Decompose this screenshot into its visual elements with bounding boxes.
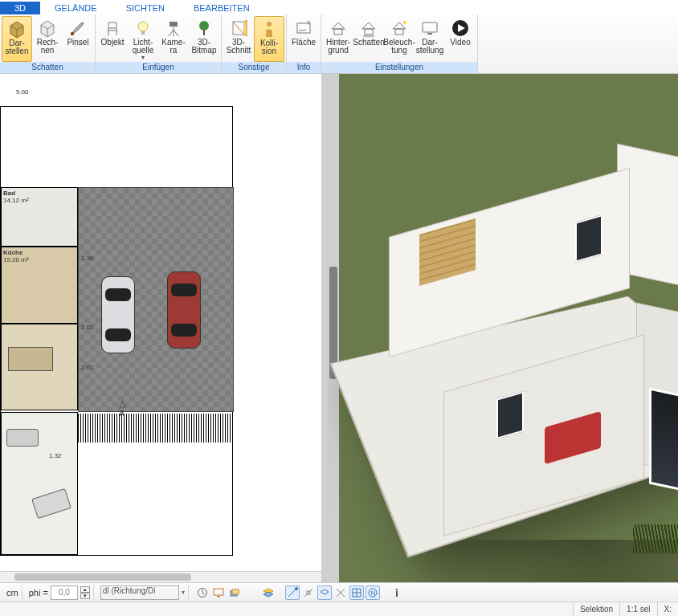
video-button[interactable]: Video <box>445 16 476 62</box>
phi-spinner[interactable]: ▲▼ <box>80 586 90 599</box>
phi-field: phi = ▲▼ <box>26 585 94 601</box>
svg-rect-5 <box>108 22 116 28</box>
beleuchtung-label: Beleuch- tung <box>383 39 415 55</box>
svg-marker-23 <box>332 22 345 29</box>
bitmap3d-button[interactable]: 3D- Bitmap <box>189 16 219 62</box>
room-bad-area: 14.12 m² <box>3 197 76 204</box>
driveway[interactable] <box>78 187 234 412</box>
ribbon-tab-strip: 3D GELÄNDE SICHTEN BEARBEITEN <box>0 0 678 14</box>
tab-gelaende[interactable]: GELÄNDE <box>40 2 112 14</box>
cube-calc-icon <box>37 18 58 39</box>
hintergrund-label: Hinter- grund <box>326 39 350 55</box>
dim-small-2: 2.01 <box>81 324 94 331</box>
view-splitter[interactable] <box>321 74 328 582</box>
ribbon-group-info: ? Fläche Info <box>287 14 321 73</box>
svg-rect-31 <box>423 22 437 32</box>
svg-text:N: N <box>370 589 375 597</box>
view-2d[interactable]: 5.60 Bad 14.12 m² Küche 19.20 m² <box>0 74 321 582</box>
history-icon[interactable] <box>195 585 210 600</box>
dimension-top: 5.60 <box>0 88 321 96</box>
hintergrund-button[interactable]: Hinter- grund <box>323 16 353 62</box>
schnitt3d-label: 3D- Schnitt <box>227 39 251 55</box>
bitmap3d-label: 3D- Bitmap <box>191 39 216 55</box>
lighting-house-icon <box>389 18 410 39</box>
room-living[interactable] <box>1 412 78 555</box>
snap-node-icon[interactable]: N <box>366 585 380 600</box>
layers-stack-icon[interactable] <box>261 585 276 600</box>
tab-bearbeiten[interactable]: BEARBEITEN <box>179 2 264 14</box>
kamera-button[interactable]: Kame- ra <box>158 16 189 62</box>
svg-point-20 <box>267 22 272 27</box>
monitor-small-icon[interactable] <box>211 585 226 600</box>
room-dining[interactable] <box>1 324 78 410</box>
spin-down-icon[interactable]: ▼ <box>80 593 90 599</box>
garden-strip <box>78 414 234 443</box>
flaeche-button[interactable]: ? Fläche <box>288 16 319 62</box>
group-label-einstellungen: Einstellungen <box>321 62 477 73</box>
svg-line-42 <box>288 589 296 597</box>
monitor-icon <box>419 18 440 39</box>
svg-rect-52 <box>396 591 398 597</box>
dropdown-caret-icon: ▾ <box>182 589 185 596</box>
snap-midpoint-icon[interactable] <box>301 585 316 600</box>
darstellen-label: Dar- stellen <box>6 39 29 55</box>
dl-select[interactable]: dl (Richtung/Di <box>100 585 179 600</box>
status-selektion: Selektion <box>573 602 619 616</box>
car-silver[interactable] <box>101 276 135 353</box>
layers-tool-icon[interactable] <box>227 585 242 600</box>
objekt-button[interactable]: Objekt <box>97 16 128 62</box>
unit-cm[interactable]: cm <box>3 585 22 601</box>
pinsel-label: Pinsel <box>67 39 88 47</box>
svg-line-14 <box>174 30 178 36</box>
person-collision-icon <box>259 18 280 39</box>
grass-tuft <box>633 524 678 553</box>
svg-marker-25 <box>362 22 375 29</box>
scrollbar-horizontal-2d[interactable] <box>0 571 321 582</box>
room-kueche-label: Küche <box>3 249 76 256</box>
kollision-button[interactable]: Kolli- sion <box>254 16 284 62</box>
scrollbar-thumb[interactable] <box>14 573 191 581</box>
background-house-icon <box>328 18 349 39</box>
tab-sichten[interactable]: SICHTEN <box>112 2 179 14</box>
snap-intersection-icon[interactable] <box>333 585 348 600</box>
view-3d[interactable] <box>328 74 678 582</box>
pinsel-button[interactable]: Pinsel <box>63 16 93 62</box>
svg-rect-29 <box>395 29 403 35</box>
phi-input[interactable] <box>51 585 78 600</box>
room-kueche[interactable]: Küche 19.20 m² <box>1 247 78 324</box>
section-triangle-icon: △ <box>119 398 125 409</box>
group-label-info: Info <box>287 62 321 73</box>
scrollbar-vertical-3d[interactable] <box>328 74 339 582</box>
snap-endpoint-icon[interactable] <box>285 585 300 600</box>
darstellen-button[interactable]: Dar- stellen <box>2 16 32 62</box>
car-red[interactable] <box>167 271 201 349</box>
kamera-label: Kame- ra <box>161 39 185 55</box>
svg-rect-51 <box>396 589 398 590</box>
group-label-sonstige: Sonstige <box>222 62 286 73</box>
rechnen-button[interactable]: Rech- nen <box>32 16 63 62</box>
snap-grid-icon[interactable] <box>349 585 364 600</box>
snap-layer-icon[interactable] <box>317 585 332 600</box>
room-bad[interactable]: Bad 14.12 m² <box>1 187 78 247</box>
dim-small-1: 1.36 <box>81 255 94 262</box>
floor-plan[interactable]: Bad 14.12 m² Küche 19.20 m² <box>0 106 233 556</box>
info-small-icon[interactable] <box>390 585 404 600</box>
lichtquelle-label: Licht- quelle <box>133 39 154 55</box>
lichtquelle-button[interactable]: Licht- quelle ▼ <box>128 16 158 62</box>
beleuchtung-button[interactable]: Beleuch- tung <box>384 16 415 62</box>
svg-rect-37 <box>217 596 220 598</box>
kollision-label: Kolli- sion <box>260 39 278 55</box>
dim-small-3: 2.01 <box>81 364 94 371</box>
window-small-1 <box>496 391 524 439</box>
house-3d-model[interactable] <box>360 122 678 558</box>
spin-up-icon[interactable]: ▲ <box>80 586 90 593</box>
darstellung-button[interactable]: Dar- stellung <box>415 16 445 62</box>
schnitt3d-button[interactable]: 3D- Schnitt <box>223 16 254 62</box>
ribbon-group-sonstige: 3D- Schnitt Kolli- sion Sonstige <box>222 14 287 73</box>
schatten2-button[interactable]: Schatten <box>353 16 384 62</box>
tab-3d[interactable]: 3D <box>0 2 40 14</box>
phi-label: phi = <box>29 588 48 598</box>
ribbon-group-schatten: Dar- stellen Rech- nen Pinsel Schatten <box>0 14 96 73</box>
window-large <box>649 387 678 499</box>
svg-rect-17 <box>203 30 205 35</box>
